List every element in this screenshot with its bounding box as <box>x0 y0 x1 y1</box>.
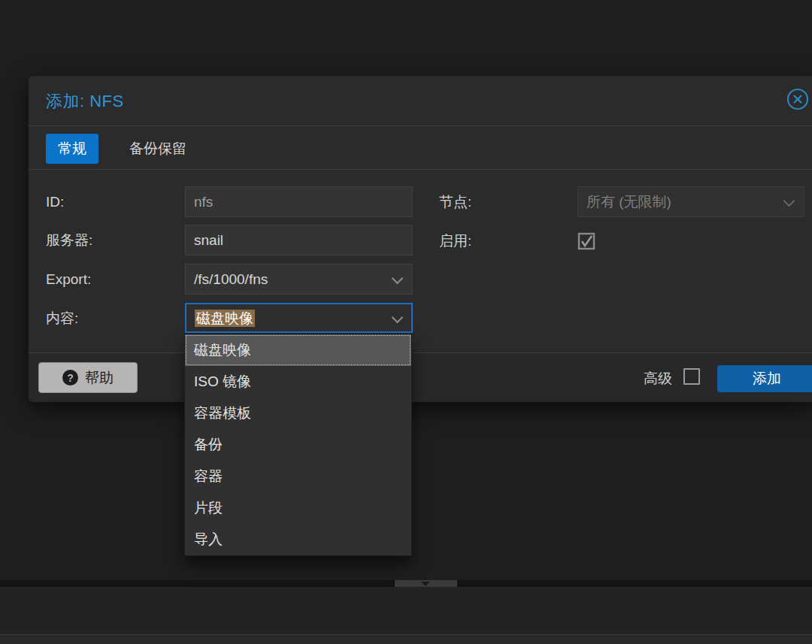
question-circle-icon: ? <box>62 370 78 385</box>
content-label: 内容: <box>46 303 174 334</box>
nodes-value: 所有 (无限制) <box>586 194 671 210</box>
nodes-label: 节点: <box>439 186 567 217</box>
advanced-label: 高级 <box>644 365 672 392</box>
export-combobox[interactable]: /fs/1000/fns <box>185 264 413 295</box>
dialog-form: ID: 服务器: Export: /fs/1000/fns 内容: 磁盘映像 节… <box>29 171 812 352</box>
add-button[interactable]: 添加 <box>717 365 812 392</box>
help-button-label: 帮助 <box>85 368 114 388</box>
close-button[interactable] <box>786 87 810 111</box>
server-input[interactable] <box>185 225 413 255</box>
dropdown-item-iso-image[interactable]: ISO 镜像 <box>185 366 411 398</box>
tab-backup-retention[interactable]: 备份保留 <box>117 134 198 164</box>
chevron-down-icon <box>783 195 795 207</box>
dropdown-item-container[interactable]: 容器 <box>185 461 411 492</box>
dialog-footer: ? 帮助 高级 添加 <box>29 352 812 402</box>
bottom-panel-splitter[interactable] <box>0 580 812 587</box>
chevron-down-icon <box>392 273 404 285</box>
checked-checkbox-icon <box>577 232 595 250</box>
help-button[interactable]: ? 帮助 <box>38 362 138 393</box>
enable-checkbox[interactable] <box>577 232 595 250</box>
advanced-checkbox[interactable] <box>683 368 700 385</box>
dialog-tabbar: 常规 备份保留 <box>29 127 812 170</box>
tab-general[interactable]: 常规 <box>46 134 98 164</box>
dialog-header: 添加: NFS <box>29 76 812 126</box>
export-value: /fs/1000/fns <box>194 271 268 287</box>
dropdown-item-disk-image[interactable]: 磁盘映像 <box>185 334 411 366</box>
splitter-collapse-handle[interactable] <box>395 580 457 587</box>
server-label: 服务器: <box>46 225 174 255</box>
circle-x-icon <box>786 87 810 111</box>
content-combobox[interactable]: 磁盘映像 <box>185 303 413 333</box>
chevron-down-icon <box>392 312 404 324</box>
id-input[interactable] <box>185 186 413 217</box>
content-dropdown-list: 磁盘映像 ISO 镜像 容器模板 备份 容器 片段 导入 <box>184 334 412 556</box>
add-nfs-dialog: 添加: NFS 常规 备份保留 ID: 服务器: Export: /fs/100… <box>28 75 812 402</box>
enable-label: 启用: <box>439 232 567 250</box>
dropdown-item-snippets[interactable]: 片段 <box>185 492 411 524</box>
dropdown-item-container-template[interactable]: 容器模板 <box>185 398 411 429</box>
id-label: ID: <box>46 186 174 217</box>
collapse-down-icon <box>421 582 430 586</box>
dialog-title: 添加: NFS <box>46 90 124 113</box>
status-bar <box>0 634 812 644</box>
export-label: Export: <box>46 264 174 295</box>
content-selected-value: 磁盘映像 <box>195 310 255 327</box>
workspace: 添加: NFS 常规 备份保留 ID: 服务器: Export: /fs/100… <box>0 0 812 644</box>
nodes-combobox: 所有 (无限制) <box>577 186 804 217</box>
bottom-panel <box>0 587 812 634</box>
dropdown-item-import[interactable]: 导入 <box>185 524 411 555</box>
dropdown-item-backup[interactable]: 备份 <box>185 429 411 461</box>
